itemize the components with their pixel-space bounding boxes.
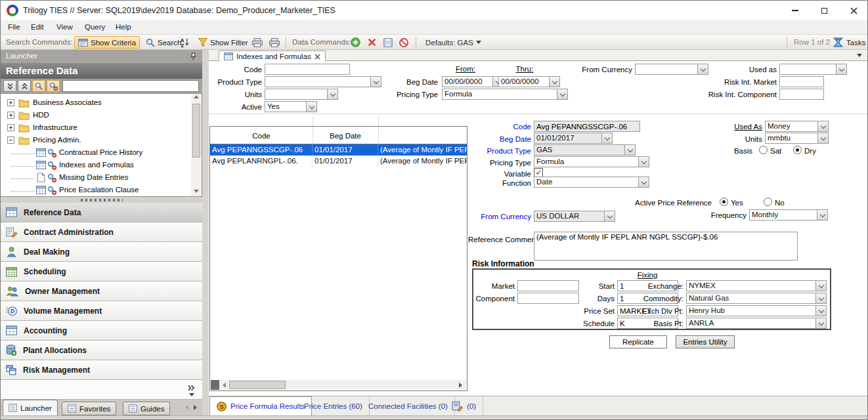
beg-date-from-select[interactable]: 00/00/0000 <box>442 76 504 87</box>
collapse-all-button[interactable] <box>3 80 16 92</box>
expand-plus-icon[interactable] <box>7 124 14 131</box>
tree-item-pricing-admin[interactable]: Pricing Admin. <box>1 135 188 147</box>
show-criteria-button[interactable]: Show Criteria <box>74 36 140 49</box>
tab-close-icon[interactable] <box>315 54 320 60</box>
detail-used-as-select[interactable]: Money <box>765 121 829 132</box>
module-deal-making[interactable]: Deal Making <box>1 242 202 262</box>
basis-pt-select[interactable]: ANRLA <box>686 318 827 329</box>
tab-indexes-and-formulas[interactable]: Indexes and Formulas <box>219 51 326 62</box>
grid-header-beg-date[interactable]: Beg Date <box>313 132 378 140</box>
detail-product-type-select[interactable]: GAS <box>534 144 636 156</box>
add-row-button[interactable] <box>347 36 364 49</box>
tab-price-entries[interactable]: Price Entries (60) <box>297 396 370 415</box>
component-input[interactable] <box>517 293 579 304</box>
tree-item-infrastructure[interactable]: Infrastructure <box>1 122 188 135</box>
exchange-select[interactable]: NYMEX <box>686 280 827 291</box>
active-price-reference-no-radio[interactable] <box>764 198 772 206</box>
tab-connected-facilities[interactable]: Connected Facilities (0) <box>362 396 455 415</box>
units-criteria-select[interactable] <box>265 89 338 100</box>
tab-notes[interactable]: (0) <box>445 396 483 415</box>
product-type-criteria-select[interactable] <box>265 76 381 87</box>
expand-plus-icon[interactable] <box>7 112 14 119</box>
detail-code-field[interactable] <box>534 121 640 132</box>
menu-view[interactable]: View <box>56 23 73 31</box>
active-price-reference-yes-radio[interactable] <box>720 198 728 206</box>
detail-from-currency-select[interactable]: US DOLLAR <box>534 211 615 222</box>
module-owner-management[interactable]: Owner Management <box>1 282 202 301</box>
tab-launcher[interactable]: Launcher <box>3 400 58 415</box>
tree-scrollbar-thumb[interactable] <box>192 104 200 158</box>
tasks-button[interactable]: Tasks <box>829 36 868 49</box>
show-filter-button[interactable]: Show Filter <box>195 36 251 49</box>
tab-favorites[interactable]: Favorites <box>62 402 116 415</box>
module-volume-management[interactable]: Volume Management <box>1 301 202 321</box>
save-button[interactable] <box>380 36 396 49</box>
detail-beg-date-select[interactable]: 01/01/2017 <box>534 133 613 144</box>
menu-edit[interactable]: Edit <box>31 23 44 31</box>
scroll-right-icon[interactable] <box>459 383 462 388</box>
chevron-down-icon[interactable] <box>189 393 194 396</box>
minimize-button[interactable] <box>780 1 810 20</box>
cancel-changes-button[interactable] <box>396 36 412 49</box>
detail-units-select[interactable]: mmbtu <box>765 133 829 144</box>
commodity-select[interactable]: Natural Gas <box>686 293 827 304</box>
replicate-button[interactable]: Replicate <box>609 335 667 348</box>
tree-search-input[interactable] <box>62 80 199 92</box>
module-risk-management[interactable]: Risk Management <box>1 360 202 380</box>
tab-scroll-left-button[interactable] <box>185 405 188 410</box>
entries-utility-button[interactable]: Entries Utility <box>676 335 735 348</box>
tab-guides[interactable]: Guides <box>123 402 170 415</box>
module-scheduling[interactable]: Scheduling <box>1 262 202 282</box>
basis-sat-radio[interactable] <box>759 146 768 154</box>
risk-int-component-input[interactable] <box>779 89 824 100</box>
grid-scrollbar-thumb[interactable] <box>229 381 286 389</box>
tree-item-price-escalation-clause[interactable]: Price Escalation Clause <box>1 184 188 197</box>
from-currency-criteria-select[interactable] <box>635 64 708 75</box>
tree-item-hdd[interactable]: HDD <box>1 110 188 122</box>
print-button[interactable] <box>249 36 266 49</box>
tree-item-indexes-and-formulas[interactable]: Indexes and Formulas <box>1 159 188 172</box>
tree-scroll-up-button[interactable] <box>191 95 202 98</box>
basis-dry-radio[interactable] <box>793 146 802 154</box>
tree-item-business-associates[interactable]: Business Associates <box>1 97 188 110</box>
scroll-left-icon[interactable] <box>223 383 226 388</box>
maximize-button[interactable] <box>810 1 839 20</box>
panel-splitter[interactable] <box>202 50 209 415</box>
grid-header-code[interactable]: Code <box>210 132 313 140</box>
grid-corner-button[interactable] <box>211 380 219 390</box>
sidebar-splitter[interactable] <box>1 197 202 203</box>
variable-checkbox[interactable] <box>534 168 543 177</box>
expand-all-button[interactable] <box>18 80 31 92</box>
sort-button[interactable] <box>177 36 193 49</box>
grid-row-selected[interactable]: Avg PEPANNGSSCGP-.06 01/01/2017 (Average… <box>210 144 467 156</box>
code-criteria-input[interactable] <box>265 64 350 75</box>
module-contract-administration[interactable]: Contract Administration <box>1 222 202 242</box>
risk-int-market-input[interactable] <box>779 76 824 87</box>
tree-scroll-down-button[interactable] <box>191 190 202 193</box>
reference-comment-textarea[interactable]: (Average of Montly IF PEPL ANR NGPL SSCG… <box>534 232 798 261</box>
module-plant-allocations[interactable]: Plant Allocations <box>1 341 202 360</box>
used-as-criteria-select[interactable] <box>779 64 847 75</box>
market-input[interactable] <box>517 280 579 291</box>
expand-plus-icon[interactable] <box>7 99 14 106</box>
active-criteria-select[interactable]: Yes <box>265 101 317 112</box>
tab-scroll-right-button[interactable] <box>194 405 197 410</box>
tab-list-dropdown-icon[interactable] <box>857 54 862 57</box>
module-accounting[interactable]: Accounting <box>1 321 202 341</box>
exch-dlv-pt-select[interactable]: Henry Hub <box>686 305 827 316</box>
beg-date-thru-select[interactable]: 00/00/0000 <box>498 76 560 87</box>
menu-file[interactable]: File <box>8 23 20 31</box>
collapse-minus-icon[interactable] <box>7 136 14 144</box>
detail-function-select[interactable]: Date <box>534 177 649 188</box>
chevron-double-right-icon[interactable] <box>187 384 195 392</box>
tree-item-missing-date-entries[interactable]: Missing Date Entries <box>1 172 188 184</box>
pin-icon[interactable] <box>190 52 197 61</box>
pricing-type-criteria-select[interactable]: Formula <box>442 89 568 100</box>
delete-row-button[interactable] <box>364 36 380 49</box>
print-preview-button[interactable] <box>266 36 283 49</box>
menu-help[interactable]: Help <box>116 23 131 31</box>
detail-pricing-type-select[interactable]: Formula <box>534 156 649 167</box>
module-reference-data[interactable]: Reference Data <box>1 203 202 222</box>
close-button[interactable] <box>839 1 868 20</box>
frequency-select[interactable]: Monthly <box>749 209 828 220</box>
